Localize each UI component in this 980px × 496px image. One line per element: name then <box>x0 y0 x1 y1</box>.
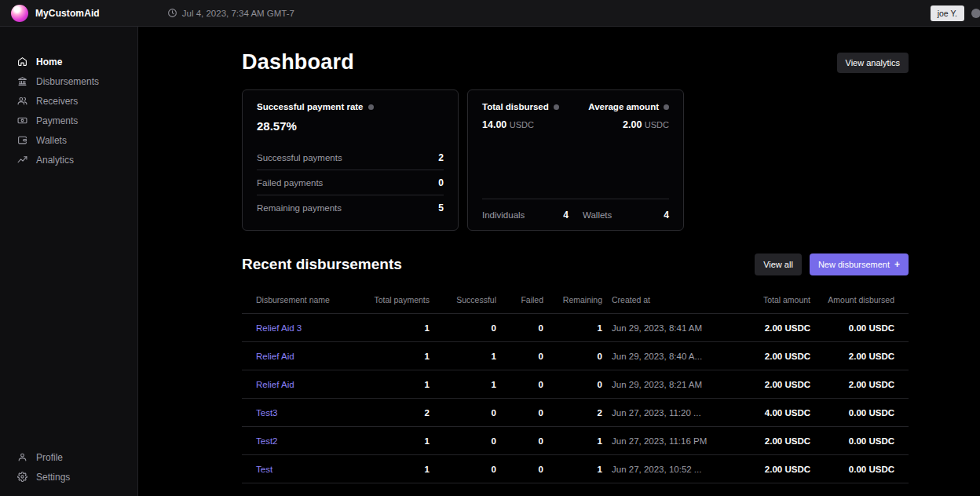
settings-icon <box>17 472 27 482</box>
total-payments-cell: 1 <box>360 427 434 455</box>
average-amount-metric: Average amount 2.00 USDC <box>588 102 669 130</box>
total-amount-cell: 4.00 USDC <box>733 399 815 427</box>
table-row: Test 1 0 0 1 Jun 27, 2023, 10:52 ... 2.0… <box>242 455 909 483</box>
successful-cell: 0 <box>434 399 501 427</box>
amount-unit: USDC <box>510 120 534 129</box>
disbursement-link[interactable]: Relief Aid <box>242 370 360 399</box>
info-icon[interactable] <box>554 104 559 110</box>
info-icon[interactable] <box>664 104 669 110</box>
total-payments-cell: 1 <box>360 314 434 342</box>
created-at-cell: Jun 27, 2023, 10:52 ... <box>607 455 733 483</box>
payment-rate-card: Successful payment rate 28.57% Successfu… <box>242 89 459 231</box>
info-icon[interactable] <box>368 104 374 110</box>
sidebar-item-payments[interactable]: Payments <box>0 111 137 130</box>
average-amount-label: Average amount <box>588 102 659 111</box>
successful-cell: 0 <box>434 314 501 342</box>
amount-number: 2.00 <box>623 119 642 130</box>
column-header: Created at <box>607 286 733 314</box>
wallets-icon <box>17 135 27 145</box>
disbursement-link[interactable]: Relief Aid 3 <box>242 314 360 342</box>
sidebar-item-receivers[interactable]: Receivers <box>0 91 137 111</box>
disbursements-icon <box>17 76 27 86</box>
disbursement-link[interactable]: Test3 <box>242 399 360 427</box>
sidebar-item-analytics[interactable]: Analytics <box>0 150 137 170</box>
average-amount-value: 2.00 USDC <box>588 119 669 130</box>
total-disbursed-label: Total disbursed <box>482 102 549 111</box>
table-row: Relief Aid 3 1 0 0 1 Jun 29, 2023, 8:41 … <box>242 314 909 342</box>
payment-rate-value: 28.57% <box>257 119 444 133</box>
sidebar-footer: Profile Settings <box>0 447 137 490</box>
payment-rate-title-row: Successful payment rate <box>257 102 444 111</box>
avatar[interactable] <box>971 9 980 18</box>
failed-cell: 0 <box>501 314 548 342</box>
view-all-button[interactable]: View all <box>755 253 802 275</box>
sidebar-item-home[interactable]: Home <box>0 52 137 71</box>
stat-row-label: Remaining payments <box>257 203 342 213</box>
stat-row-remaining: Remaining payments 5 <box>257 195 444 221</box>
disbursed-card: Total disbursed 14.00 USDC Average amoun… <box>467 89 684 231</box>
disbursement-link[interactable]: Relief Aid <box>242 342 360 370</box>
amount-disbursed-cell: 0.00 USDC <box>815 314 909 342</box>
wallets-stat: Wallets 4 <box>583 210 669 221</box>
column-header: Remaining <box>548 286 607 314</box>
table-row: Test2 1 0 0 1 Jun 27, 2023, 11:16 PM 2.0… <box>242 427 909 455</box>
recent-title: Recent disbursements <box>242 256 402 273</box>
sidebar-item-label: Payments <box>36 115 78 126</box>
individuals-stat: Individuals 4 <box>482 210 569 221</box>
main-content: Dashboard View analytics Successful paym… <box>138 27 980 496</box>
stat-row-label: Failed payments <box>257 178 323 188</box>
page-title: Dashboard <box>242 50 354 75</box>
wallets-value: 4 <box>664 210 669 221</box>
current-datetime: Jul 4, 2023, 7:34 AM GMT-7 <box>167 8 294 18</box>
total-amount-cell: 2.00 USDC <box>733 370 815 399</box>
created-at-cell: Jun 29, 2023, 8:41 AM <box>607 314 733 342</box>
new-disbursement-button[interactable]: New disbursement + <box>810 253 909 275</box>
disbursement-link[interactable]: Test2 <box>242 427 360 455</box>
stat-row-value: 5 <box>438 202 444 213</box>
total-amount-cell: 2.00 USDC <box>733 314 815 342</box>
column-header: Disbursement name <box>242 286 360 314</box>
disbursement-link[interactable]: Test <box>242 455 360 483</box>
sidebar-item-label: Receivers <box>36 96 78 107</box>
remaining-cell: 1 <box>548 314 607 342</box>
successful-cell: 0 <box>434 455 501 483</box>
user-menu-button[interactable]: joe Y. <box>931 5 964 21</box>
total-payments-cell: 1 <box>360 370 434 399</box>
total-amount-cell: 2.00 USDC <box>733 427 815 455</box>
view-analytics-button[interactable]: View analytics <box>837 53 909 73</box>
sidebar-item-wallets[interactable]: Wallets <box>0 130 137 150</box>
stat-row-successful: Successful payments 2 <box>257 145 444 170</box>
wallets-label: Wallets <box>583 210 612 220</box>
total-payments-cell: 1 <box>360 342 434 370</box>
table-row: Relief Aid 1 1 0 0 Jun 29, 2023, 8:40 A.… <box>242 342 909 370</box>
sidebar-item-disbursements[interactable]: Disbursements <box>0 71 137 91</box>
disbursed-metrics: Total disbursed 14.00 USDC Average amoun… <box>482 102 669 130</box>
successful-cell: 0 <box>434 427 501 455</box>
brand-logo-icon <box>11 5 28 22</box>
sidebar: Home Disbursements Receivers Payments Wa… <box>0 27 138 496</box>
table-header-row: Disbursement name Total payments Success… <box>242 286 909 314</box>
amount-disbursed-cell: 2.00 USDC <box>815 342 909 370</box>
total-amount-cell: 2.00 USDC <box>733 455 815 483</box>
total-disbursed-value: 14.00 USDC <box>482 119 559 130</box>
table-row: Test3 2 0 0 2 Jun 27, 2023, 11:20 ... 4.… <box>242 399 909 427</box>
brand[interactable]: MyCustomAid <box>11 5 100 22</box>
created-at-cell: Jun 29, 2023, 8:21 AM <box>607 370 733 399</box>
remaining-cell: 2 <box>548 399 607 427</box>
amount-unit: USDC <box>645 120 669 129</box>
individuals-value: 4 <box>563 210 569 221</box>
sidebar-item-settings[interactable]: Settings <box>0 467 137 487</box>
sidebar-item-label: Disbursements <box>36 76 99 87</box>
amount-disbursed-cell: 0.00 USDC <box>815 427 909 455</box>
sidebar-item-profile[interactable]: Profile <box>0 447 137 467</box>
stat-row-value: 0 <box>438 177 444 188</box>
sidebar-item-label: Profile <box>36 452 63 463</box>
stat-row-failed: Failed payments 0 <box>257 170 444 195</box>
failed-cell: 0 <box>501 399 548 427</box>
home-icon <box>17 57 27 67</box>
failed-cell: 0 <box>501 427 548 455</box>
successful-cell: 1 <box>434 342 501 370</box>
column-header: Successful <box>434 286 501 314</box>
created-at-cell: Jun 29, 2023, 8:40 A... <box>607 342 733 370</box>
plus-icon: + <box>894 259 900 270</box>
